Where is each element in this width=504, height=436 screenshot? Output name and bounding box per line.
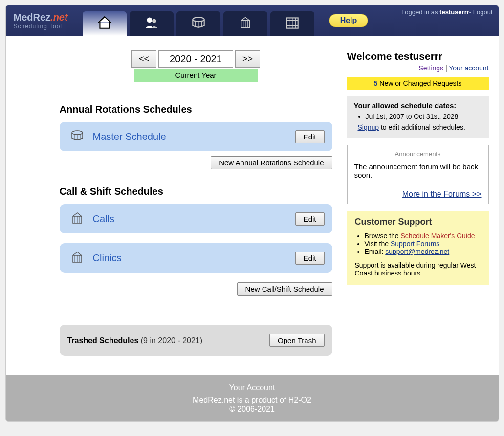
announcement-body: The announcement forum will be back soon…: [354, 162, 482, 179]
nav-home[interactable]: [83, 11, 127, 36]
support-hours: Support is available during regular West…: [355, 261, 481, 277]
support-email-link[interactable]: support@medrez.net: [385, 248, 449, 255]
settings-link[interactable]: Settings: [419, 64, 444, 72]
year-range: 2020 - 2021: [158, 50, 233, 68]
schedule-link[interactable]: Clinics: [93, 252, 295, 264]
year-selector: << 2020 - 2021 >>: [60, 50, 332, 68]
year-next-button[interactable]: >>: [235, 50, 260, 68]
login-info: Logged in as testuserrr- Logout: [401, 8, 493, 16]
shift-icon: [67, 210, 87, 228]
schedule-card: Clinics Edit: [60, 243, 332, 273]
top-nav: MedRez.net Scheduling Tool Help Logged i…: [6, 5, 499, 36]
your-account-link[interactable]: Your account: [449, 64, 488, 72]
current-year-badge: Current Year: [134, 69, 258, 82]
nav-block[interactable]: [176, 11, 220, 36]
logo: MedRez.net Scheduling Tool: [11, 12, 68, 30]
calls-section-title: Call & Shift Schedules: [60, 186, 332, 197]
forums-more-link[interactable]: More in the Forums >>: [402, 190, 482, 198]
edit-button[interactable]: Edit: [295, 252, 325, 265]
new-callshift-button[interactable]: New Call/Shift Schedule: [237, 282, 332, 296]
block-icon: [190, 14, 207, 33]
support-box: Customer Support Browse the Schedule Mak…: [347, 211, 489, 285]
signup-link[interactable]: Signup: [358, 123, 379, 131]
logout-link[interactable]: Logout: [473, 8, 493, 16]
help-button[interactable]: Help: [329, 14, 369, 27]
schedule-card: Calls Edit: [60, 204, 332, 233]
svg-point-0: [147, 17, 152, 23]
shift-icon: [67, 249, 87, 267]
edit-button[interactable]: Edit: [295, 212, 325, 226]
svg-point-2: [193, 17, 204, 22]
footer-account-link[interactable]: Your Account: [229, 383, 275, 391]
nav-people[interactable]: [130, 11, 174, 36]
allowed-dates-box: Your allowed schedule dates: Jul 1st, 20…: [347, 96, 489, 138]
nav-shift[interactable]: [223, 11, 267, 36]
shift-icon: [237, 14, 254, 33]
schedule-link[interactable]: Calls: [93, 213, 295, 225]
open-trash-button[interactable]: Open Trash: [269, 334, 324, 347]
year-prev-button[interactable]: <<: [131, 50, 156, 68]
new-annual-button[interactable]: New Annual Rotations Schedule: [211, 156, 332, 169]
welcome-heading: Welcome testuserrr: [347, 50, 489, 62]
trash-box: Trashed Schedules (9 in 2020 - 2021) Ope…: [60, 325, 332, 356]
calendar-icon: [284, 14, 301, 33]
block-icon: [67, 128, 87, 145]
announcements-box: Announcements The announcement forum wil…: [347, 145, 489, 204]
requests-banner[interactable]: 5 New or Changed Requests: [347, 77, 489, 90]
guide-link[interactable]: Schedule Maker's Guide: [400, 232, 475, 240]
svg-point-17: [72, 131, 83, 135]
home-icon: [96, 14, 113, 33]
schedule-card: Master Schedule Edit: [60, 122, 332, 151]
schedule-link[interactable]: Master Schedule: [93, 131, 295, 142]
people-icon: [143, 14, 160, 33]
footer: Your Account MedRez.net is a product of …: [6, 375, 499, 421]
account-links: Settings | Your account: [347, 64, 489, 72]
date-range: Jul 1st, 2007 to Oct 31st, 2028: [366, 113, 482, 120]
support-forums-link[interactable]: Support Forums: [391, 240, 439, 248]
annual-section-title: Annual Rotations Schedules: [60, 104, 332, 115]
nav-calendar[interactable]: [270, 11, 314, 36]
edit-button[interactable]: Edit: [295, 130, 325, 143]
svg-point-1: [152, 19, 156, 23]
